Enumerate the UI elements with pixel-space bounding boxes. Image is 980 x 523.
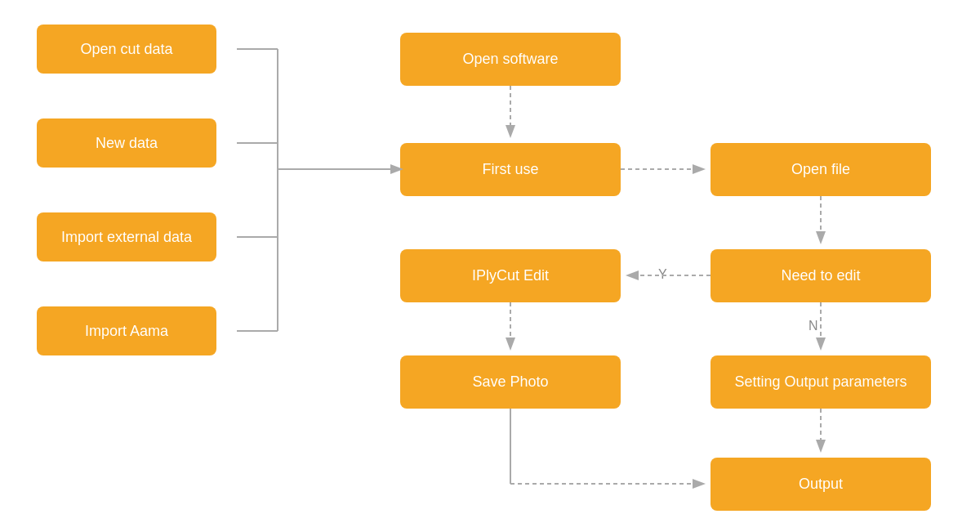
import-aama-node: Import Aama xyxy=(37,306,216,355)
output-node: Output xyxy=(710,458,931,511)
n-label: N xyxy=(808,319,818,333)
y-label: Y xyxy=(658,267,667,282)
save-photo-node: Save Photo xyxy=(400,355,621,409)
diagram: Open cut data New data Import external d… xyxy=(0,0,980,523)
open-file-node: Open file xyxy=(710,143,931,196)
first-use-node: First use xyxy=(400,143,621,196)
import-external-node: Import external data xyxy=(37,212,216,262)
need-to-edit-node: Need to edit xyxy=(710,249,931,302)
new-data-node: New data xyxy=(37,118,216,168)
open-software-node: Open software xyxy=(400,33,621,86)
iplycut-edit-node: IPlyCut Edit xyxy=(400,249,621,302)
setting-output-node: Setting Output parameters xyxy=(710,355,931,409)
open-cut-data-node: Open cut data xyxy=(37,25,216,74)
